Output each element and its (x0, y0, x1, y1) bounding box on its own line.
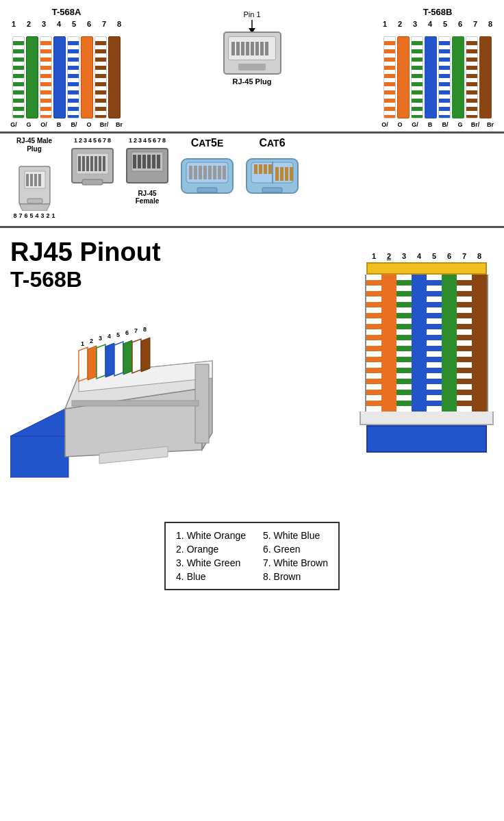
legend-col-2: 5. White Blue 6. Green 7. White Brown 8.… (263, 530, 328, 582)
svg-rect-8 (27, 199, 42, 203)
svg-rect-46 (275, 167, 279, 181)
wire-3 (40, 36, 52, 118)
pin1-arrow (231, 20, 273, 31)
cat6-group: CAT6 (243, 137, 301, 200)
svg-rect-16 (94, 156, 97, 171)
svg-rect-23 (138, 155, 141, 168)
svg-rect-74 (72, 401, 199, 406)
t568a-labels: G/ G O/ B B/ O Br/ Br (7, 121, 126, 128)
middle-section: RJ-45 MalePlug 87654321 12345678 (0, 134, 504, 228)
svg-rect-42 (254, 164, 257, 174)
t568b-diagram: T-568B 1 2 3 4 5 6 7 8 (378, 7, 497, 128)
vertical-wires-body (365, 275, 488, 412)
legend-item-6: 6. Green (263, 544, 328, 555)
svg-rect-19 (82, 179, 103, 185)
svg-rect-37 (223, 166, 226, 179)
pin-num: 5 (67, 20, 81, 28)
pin-num: 1 (378, 20, 392, 28)
t568b-pin-numbers: 1 2 3 4 5 6 7 8 (378, 20, 497, 28)
v-wire-green (442, 275, 457, 412)
svg-marker-57 (79, 347, 88, 381)
plug-body-art (223, 31, 281, 75)
rj45-male-plug-art (12, 156, 57, 211)
keystone-connector-2 (123, 145, 171, 190)
keystone-1-group: 12345678 (68, 137, 116, 190)
svg-rect-38 (197, 188, 217, 192)
plug-bottom-piece (360, 412, 494, 425)
t568a-title: T-568A (52, 7, 81, 17)
svg-marker-64 (141, 338, 150, 372)
pin-num: 2 (22, 20, 36, 28)
pin-num: 7 (97, 20, 111, 28)
wire-label: B (52, 121, 66, 128)
svg-marker-60 (105, 343, 114, 377)
plug-pins-visual (231, 42, 273, 55)
svg-rect-27 (157, 155, 160, 168)
svg-rect-47 (280, 167, 284, 181)
svg-rect-36 (218, 166, 221, 179)
wire-label: O (82, 121, 96, 128)
wire-label: Br (483, 121, 497, 128)
svg-rect-14 (86, 156, 89, 171)
pin-numbers-top-2: 12345678 (129, 137, 166, 144)
rj45-male-group: RJ-45 MalePlug 87654321 (7, 137, 62, 219)
legend-box: 1. White Orange 2. Orange 3. White Green… (164, 522, 340, 590)
pin-num: 8 (112, 20, 126, 28)
wire-label: Br/ (468, 121, 482, 128)
pin-num: 2 (393, 20, 407, 28)
svg-text:5: 5 (116, 331, 120, 338)
svg-rect-4 (26, 174, 29, 186)
svg-rect-32 (199, 166, 202, 179)
wire-label: Br (112, 121, 126, 128)
legend-item-8: 8. Brown (263, 571, 328, 582)
rj45-female-label: RJ-45Female (136, 190, 159, 205)
pin-num: 4 (423, 20, 437, 28)
pin-num: 5 (438, 20, 452, 28)
wire-label: Br/ (97, 121, 111, 128)
svg-rect-35 (213, 166, 216, 179)
wire-4 (53, 36, 66, 118)
t568a-wires (12, 29, 121, 118)
svg-rect-26 (152, 155, 155, 168)
svg-marker-62 (123, 340, 132, 375)
svg-text:6: 6 (125, 329, 129, 336)
rj45-pinout-title: RJ45 Pinout (10, 238, 360, 267)
keystone-2-group: 12345678 RJ-45Female (123, 137, 171, 205)
wire-label: B/ (438, 121, 452, 128)
wire-7 (466, 36, 478, 118)
pin-num: 1 (7, 20, 21, 28)
pin-num: 3 (37, 20, 51, 28)
v-pin-1: 1 (366, 252, 381, 260)
t568a-diagram: T-568A 1 2 3 4 5 6 7 8 (7, 7, 126, 128)
v-pin-6: 6 (442, 252, 457, 260)
wire-4 (425, 36, 437, 118)
rj45-plug-label: RJ-45 Plug (233, 77, 272, 86)
pin-num: 7 (468, 20, 482, 28)
legend-item-5: 5. White Blue (263, 530, 328, 541)
plug-top-detail (228, 36, 276, 60)
v-pin-8: 8 (472, 252, 487, 260)
t568b-wires (383, 29, 492, 118)
svg-rect-41 (272, 162, 273, 184)
svg-rect-43 (259, 164, 262, 174)
svg-rect-5 (30, 174, 33, 186)
wire-6 (81, 36, 93, 118)
v-pin-2: 2 (381, 252, 396, 260)
v-pin-numbers: 1 2 3 4 5 6 7 8 (366, 252, 487, 260)
bottom-legend-container: 1. White Orange 2. Orange 3. White Green… (10, 508, 494, 590)
svg-rect-13 (82, 156, 85, 171)
wire-3 (411, 36, 423, 118)
pin-num: 6 (453, 20, 467, 28)
t568a-pin-numbers: 1 2 3 4 5 6 7 8 (7, 20, 126, 28)
svg-marker-58 (88, 346, 97, 380)
svg-rect-12 (78, 156, 81, 171)
svg-rect-17 (99, 156, 101, 171)
v-pin-5: 5 (427, 252, 442, 260)
svg-text:1: 1 (81, 340, 84, 347)
v-wire-white-blue (427, 275, 442, 412)
svg-text:4: 4 (108, 333, 111, 340)
svg-rect-48 (285, 167, 288, 181)
bottom-main-area: RJ45 Pinout T-568B (10, 238, 494, 498)
rj45-3d-plug: 1 2 3 4 5 6 7 8 (10, 299, 229, 498)
svg-rect-34 (208, 166, 212, 179)
